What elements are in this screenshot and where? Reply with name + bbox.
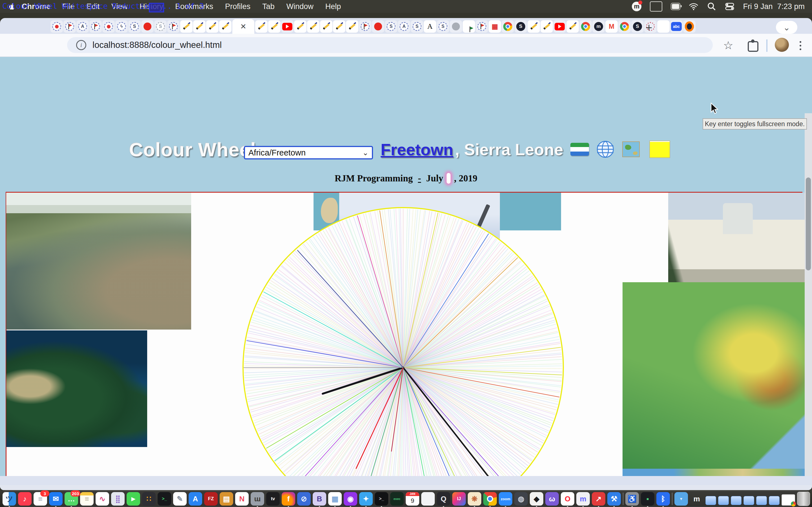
tab-chrome[interactable] (579, 20, 592, 33)
browser-menu-kebab-icon[interactable] (800, 41, 801, 43)
dock-icon-accessibility-app[interactable]: ♿ (625, 492, 639, 506)
dock-icon-iterm[interactable]: >_ (375, 492, 388, 506)
vertical-scrollbar-thumb[interactable] (806, 177, 811, 270)
dock-icon-minimized-window[interactable] (705, 496, 716, 505)
tab-pencil[interactable] (541, 20, 553, 33)
tab-dashed-red[interactable] (50, 20, 63, 33)
tab-blank[interactable] (657, 20, 670, 33)
address-bar[interactable]: i localhost:8888/colour_wheel.html (67, 37, 713, 53)
dock-icon-bbedit[interactable]: B (313, 492, 326, 506)
tab-youtube[interactable] (281, 20, 294, 33)
dock-icon-podcasts[interactable]: ◉ (344, 492, 357, 506)
dock-icon-mammoth-mini[interactable]: m (690, 492, 703, 506)
tab-chrome[interactable] (618, 20, 631, 33)
tab-overflow-button[interactable]: ⌄ (776, 21, 797, 34)
tab-pencil[interactable] (320, 20, 333, 33)
dock-icon-downloads-folder[interactable]: ▼ (674, 492, 688, 506)
tab-dashed-golf[interactable] (63, 20, 76, 33)
tab-bolt[interactable]: ϟ (115, 20, 128, 33)
dock-icon-terminal[interactable]: >_ (158, 492, 171, 506)
dock-icon-filezilla[interactable]: FZ (204, 492, 218, 506)
menu-item-window[interactable]: Window (281, 2, 319, 11)
dock-icon-minimized-window[interactable] (744, 496, 754, 505)
tab-dashed-a[interactable]: A (77, 20, 89, 33)
bookmark-star-icon[interactable]: ☆ (723, 39, 733, 52)
dock-icon-app-store[interactable]: A (189, 492, 202, 506)
active-tab[interactable]: ✕ (232, 19, 254, 34)
profile-avatar[interactable] (775, 38, 789, 52)
dock-icon-minimized-window[interactable] (718, 496, 729, 505)
dock-icon-database-app[interactable]: ▤ (220, 492, 233, 506)
tab-pencil[interactable] (219, 20, 232, 33)
dock-icon-safari[interactable]: ✦ (359, 492, 373, 506)
tab-pencil[interactable] (566, 20, 579, 33)
dock-icon-window-thumbnail-chrome[interactable] (781, 494, 795, 506)
tab-calc-red[interactable]: ▦ (489, 20, 501, 33)
tab-pencil[interactable] (294, 20, 306, 33)
tab-o-dark[interactable] (683, 20, 696, 33)
keyboard-status-icon[interactable] (650, 1, 662, 11)
battery-icon[interactable] (671, 3, 680, 10)
dock-icon-code-terminal[interactable]: exec (390, 492, 404, 506)
dock-icon-facetime[interactable]: ▶ (126, 492, 140, 506)
control-center-icon[interactable] (725, 2, 734, 11)
dock-icon-calculator[interactable]: ∷ (142, 492, 156, 506)
globe-icon[interactable] (597, 141, 614, 158)
sierra-leone-flag-icon[interactable] (570, 143, 589, 156)
new-tab-button[interactable]: + (646, 21, 652, 34)
dock-icon-quicktime[interactable]: Q (437, 492, 450, 506)
dock-icon-focus-blocked-app[interactable]: ⊘ (297, 492, 311, 506)
wifi-icon[interactable] (689, 2, 698, 11)
colour-wheel[interactable] (240, 204, 567, 476)
tab-golf-green[interactable] (463, 20, 475, 33)
tab-dashed-s-gray[interactable]: S (154, 20, 167, 33)
dock-icon-compass-app[interactable]: ↗ (592, 492, 605, 506)
world-map-icon[interactable] (622, 142, 640, 157)
tab-gmail[interactable]: M (605, 20, 618, 33)
freetown-link[interactable]: Freetown (380, 140, 453, 159)
dock-icon-chrome[interactable] (483, 492, 497, 506)
dock-icon-news[interactable]: N (235, 492, 249, 506)
tab-mastodon[interactable]: m (592, 20, 605, 33)
tab-dashed-golf[interactable] (89, 20, 102, 33)
dock-icon-music[interactable]: ♪ (18, 492, 32, 506)
tab-dashed-red[interactable] (102, 20, 115, 33)
dock-icon-minimized-window[interactable] (769, 496, 779, 505)
tab-record[interactable] (372, 20, 384, 33)
dock-icon-mini-terminal[interactable]: ▪ (641, 492, 654, 506)
menu-item-tab[interactable]: Tab (256, 2, 281, 11)
tab-pencil[interactable] (346, 20, 358, 33)
tab-youtube[interactable] (553, 20, 566, 33)
tab-dashed-s[interactable]: S (128, 20, 141, 33)
timezone-select[interactable]: Africa/Freetown ⌄ (244, 146, 373, 159)
mahjong-status-icon[interactable]: m (632, 2, 642, 11)
tab-chrome[interactable] (502, 20, 514, 33)
dock-icon-intellij[interactable]: IJ (452, 492, 466, 506)
tab-serif-a[interactable]: A (424, 20, 436, 33)
dock-icon-inkscape[interactable]: ◆ (530, 492, 543, 506)
dock-icon-finder[interactable]: ツ (3, 492, 16, 506)
dock-icon-opera[interactable]: O (561, 492, 574, 506)
dock-icon-calendar[interactable]: JAN9 (406, 492, 419, 506)
dock-icon-cat-app[interactable]: ω (545, 492, 559, 506)
vertical-scrollbar[interactable] (805, 113, 812, 476)
tab-pencil[interactable] (527, 20, 540, 33)
tab-record[interactable] (141, 20, 154, 33)
dock-icon-minimized-window[interactable] (756, 496, 767, 505)
tab-dashed-golf[interactable] (476, 20, 488, 33)
tab-s-dark[interactable]: S (631, 20, 644, 33)
site-info-icon[interactable]: i (76, 40, 86, 50)
close-tab-icon[interactable]: ✕ (240, 22, 246, 31)
tab-pencil[interactable] (333, 20, 345, 33)
tab-pencil[interactable] (255, 20, 267, 33)
dock-icon-notes[interactable]: ≡ (80, 492, 94, 506)
dock-icon-preview[interactable]: ▦ (328, 492, 342, 506)
tab-pencil[interactable] (193, 20, 206, 33)
dock-icon-gimp[interactable]: ɯ (251, 492, 264, 506)
dock-icon-settings-grid-app[interactable]: ◍ (514, 492, 528, 506)
tab-globe-gray[interactable] (450, 20, 462, 33)
dock-icon-zoom[interactable]: zoom (499, 492, 512, 506)
byline-dash-link[interactable]: - (418, 173, 421, 183)
dock-icon-messages[interactable]: …203 (64, 492, 78, 506)
tab-pencil[interactable] (206, 20, 218, 33)
